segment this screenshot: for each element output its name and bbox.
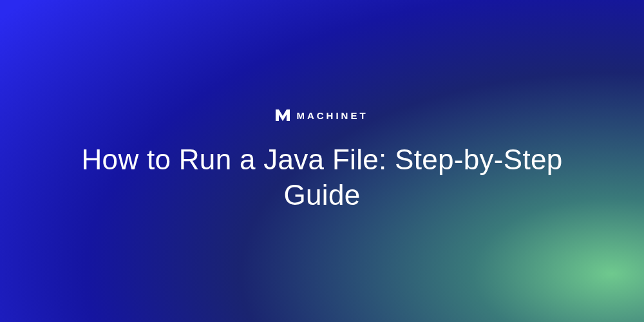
machinet-logo-icon xyxy=(276,109,290,121)
brand-container: MACHINET xyxy=(276,109,368,121)
hero-banner: MACHINET How to Run a Java File: Step-by… xyxy=(0,0,644,322)
page-title: How to Run a Java File: Step-by-Step Gui… xyxy=(58,142,586,213)
brand-name: MACHINET xyxy=(296,110,368,121)
